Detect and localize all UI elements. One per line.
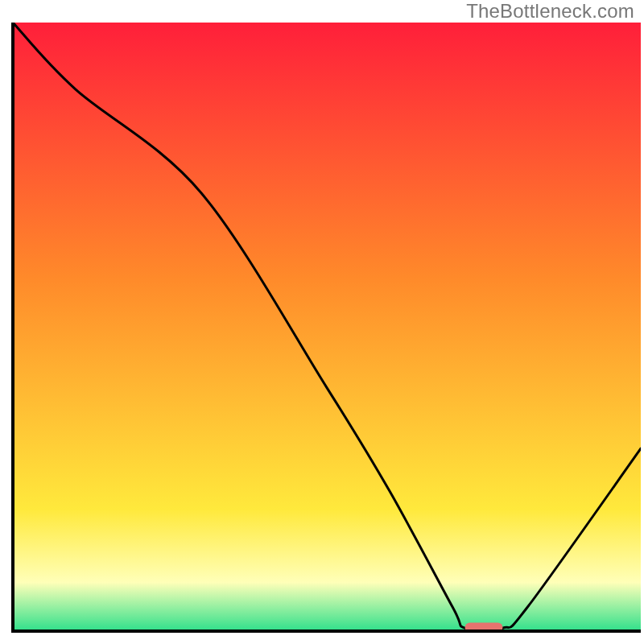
plot-area <box>13 23 641 632</box>
chart-container: TheBottleneck.com <box>0 0 644 644</box>
bottleneck-chart <box>0 0 644 644</box>
watermark-text: TheBottleneck.com <box>466 0 634 23</box>
